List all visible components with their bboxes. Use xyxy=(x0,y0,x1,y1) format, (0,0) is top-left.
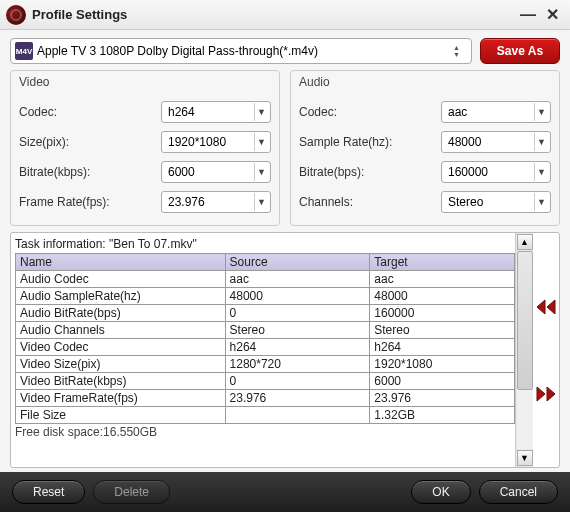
cell-target: 160000 xyxy=(370,305,515,322)
chevron-down-icon: ▼ xyxy=(534,103,548,121)
table-row[interactable]: Audio SampleRate(hz)4800048000 xyxy=(16,288,515,305)
cell-target: 6000 xyxy=(370,373,515,390)
audio-bitrate-label: Bitrate(bps): xyxy=(299,165,441,179)
audio-bitrate-value: 160000 xyxy=(448,165,534,179)
cell-name: Audio Codec xyxy=(16,271,226,288)
scroll-thumb[interactable] xyxy=(517,251,533,390)
cell-source: h264 xyxy=(225,339,370,356)
cell-name: Audio BitRate(bps) xyxy=(16,305,226,322)
cancel-button[interactable]: Cancel xyxy=(479,480,558,504)
cell-target: Stereo xyxy=(370,322,515,339)
video-bitrate-label: Bitrate(kbps): xyxy=(19,165,161,179)
cell-name: Video Size(pix) xyxy=(16,356,226,373)
audio-legend: Audio xyxy=(299,75,330,89)
cell-name: Audio SampleRate(hz) xyxy=(16,288,226,305)
chevron-down-icon: ▼ xyxy=(534,163,548,181)
audio-samplerate-value: 48000 xyxy=(448,135,534,149)
cell-source: aac xyxy=(225,271,370,288)
cell-name: Video BitRate(kbps) xyxy=(16,373,226,390)
chevron-down-icon: ▼ xyxy=(254,103,268,121)
cell-target: 23.976 xyxy=(370,390,515,407)
task-info-title: Task information: "Ben To 07.mkv" xyxy=(15,237,515,251)
cell-target: aac xyxy=(370,271,515,288)
audio-bitrate-select[interactable]: 160000 ▼ xyxy=(441,161,551,183)
cell-source: 0 xyxy=(225,305,370,322)
forward-icon xyxy=(535,385,557,403)
cell-target: 1920*1080 xyxy=(370,356,515,373)
ok-button[interactable]: OK xyxy=(411,480,470,504)
audio-codec-value: aac xyxy=(448,105,534,119)
table-row[interactable]: Video Codech264h264 xyxy=(16,339,515,356)
table-row[interactable]: File Size1.32GB xyxy=(16,407,515,424)
chevron-down-icon: ▼ xyxy=(254,133,268,151)
task-info-area: Task information: "Ben To 07.mkv" Name S… xyxy=(10,232,560,468)
footer: Reset Delete OK Cancel xyxy=(0,472,570,512)
chevron-down-icon: ▼ xyxy=(534,133,548,151)
save-as-button[interactable]: Save As xyxy=(480,38,560,64)
cell-source: Stereo xyxy=(225,322,370,339)
video-panel: Video Codec: h264 ▼ Size(pix): 1920*1080… xyxy=(10,70,280,226)
profile-select[interactable]: M4V Apple TV 3 1080P Dolby Digital Pass-… xyxy=(10,38,472,64)
video-framerate-select[interactable]: 23.976 ▼ xyxy=(161,191,271,213)
cell-source: 1280*720 xyxy=(225,356,370,373)
scroll-track[interactable] xyxy=(517,251,533,449)
video-codec-select[interactable]: h264 ▼ xyxy=(161,101,271,123)
next-task-button[interactable] xyxy=(535,383,557,405)
table-row[interactable]: Audio BitRate(bps)0160000 xyxy=(16,305,515,322)
cell-name: File Size xyxy=(16,407,226,424)
col-source[interactable]: Source xyxy=(225,254,370,271)
window-title: Profile Settings xyxy=(32,7,127,22)
video-codec-value: h264 xyxy=(168,105,254,119)
cell-name: Audio Channels xyxy=(16,322,226,339)
cell-source: 23.976 xyxy=(225,390,370,407)
rewind-icon xyxy=(535,298,557,316)
table-row[interactable]: Video Size(pix)1280*7201920*1080 xyxy=(16,356,515,373)
audio-codec-label: Codec: xyxy=(299,105,441,119)
app-icon xyxy=(6,5,26,25)
chevron-down-icon: ▼ xyxy=(534,193,548,211)
profile-selected-text: Apple TV 3 1080P Dolby Digital Pass-thro… xyxy=(37,44,449,58)
minimize-button[interactable]: — xyxy=(516,5,540,25)
video-size-label: Size(pix): xyxy=(19,135,161,149)
audio-channels-value: Stereo xyxy=(448,195,534,209)
table-row[interactable]: Video FrameRate(fps)23.97623.976 xyxy=(16,390,515,407)
cell-source xyxy=(225,407,370,424)
video-legend: Video xyxy=(19,75,49,89)
delete-button[interactable]: Delete xyxy=(93,480,170,504)
cell-target: 48000 xyxy=(370,288,515,305)
scrollbar[interactable]: ▲ ▼ xyxy=(515,233,533,467)
titlebar: Profile Settings — ✕ xyxy=(0,0,570,30)
video-framerate-label: Frame Rate(fps): xyxy=(19,195,161,209)
video-codec-label: Codec: xyxy=(19,105,161,119)
audio-samplerate-label: Sample Rate(hz): xyxy=(299,135,441,149)
video-size-value: 1920*1080 xyxy=(168,135,254,149)
video-bitrate-select[interactable]: 6000 ▼ xyxy=(161,161,271,183)
table-row[interactable]: Audio Codecaacaac xyxy=(16,271,515,288)
profile-format-icon: M4V xyxy=(15,42,33,60)
scroll-down-button[interactable]: ▼ xyxy=(517,450,533,466)
video-bitrate-value: 6000 xyxy=(168,165,254,179)
video-size-select[interactable]: 1920*1080 ▼ xyxy=(161,131,271,153)
table-row[interactable]: Video BitRate(kbps)06000 xyxy=(16,373,515,390)
audio-codec-select[interactable]: aac ▼ xyxy=(441,101,551,123)
close-button[interactable]: ✕ xyxy=(540,5,564,25)
scroll-up-button[interactable]: ▲ xyxy=(517,234,533,250)
cell-source: 0 xyxy=(225,373,370,390)
profile-spinner-icon[interactable]: ▲▼ xyxy=(453,44,467,58)
col-target[interactable]: Target xyxy=(370,254,515,271)
video-framerate-value: 23.976 xyxy=(168,195,254,209)
cell-target: h264 xyxy=(370,339,515,356)
audio-channels-select[interactable]: Stereo ▼ xyxy=(441,191,551,213)
audio-channels-label: Channels: xyxy=(299,195,441,209)
chevron-down-icon: ▼ xyxy=(254,193,268,211)
col-name[interactable]: Name xyxy=(16,254,226,271)
reset-button[interactable]: Reset xyxy=(12,480,85,504)
cell-name: Video Codec xyxy=(16,339,226,356)
cell-name: Video FrameRate(fps) xyxy=(16,390,226,407)
audio-panel: Audio Codec: aac ▼ Sample Rate(hz): 4800… xyxy=(290,70,560,226)
cell-target: 1.32GB xyxy=(370,407,515,424)
table-row[interactable]: Audio ChannelsStereoStereo xyxy=(16,322,515,339)
chevron-down-icon: ▼ xyxy=(254,163,268,181)
audio-samplerate-select[interactable]: 48000 ▼ xyxy=(441,131,551,153)
prev-task-button[interactable] xyxy=(535,296,557,318)
